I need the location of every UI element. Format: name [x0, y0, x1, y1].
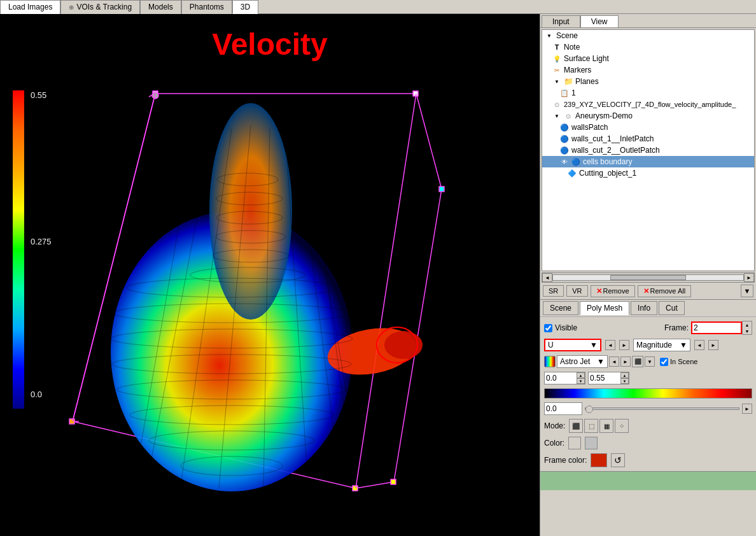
- tree-item-cutting-object[interactable]: 🔷 Cutting_object_1: [542, 167, 754, 179]
- scroll-thumb[interactable]: [610, 275, 687, 280]
- min-input-group[interactable]: ▲ ▼: [544, 372, 585, 384]
- horizontal-scrollbar[interactable]: ◄ ►: [542, 272, 755, 283]
- min-spinbox[interactable]: ▲ ▼: [577, 372, 585, 384]
- scroll-right-btn[interactable]: ►: [744, 273, 754, 282]
- tab-phantoms[interactable]: Phantoms: [181, 0, 232, 14]
- mag-next-btn[interactable]: ►: [708, 340, 718, 350]
- frame-spin-dn[interactable]: ▼: [743, 328, 752, 334]
- remove-all-button[interactable]: ✕ Remove All: [638, 285, 692, 297]
- u-next-btn[interactable]: ►: [619, 340, 629, 350]
- scroll-left-btn[interactable]: ◄: [542, 273, 552, 282]
- magnitude-dropdown[interactable]: Magnitude ▼: [633, 339, 690, 351]
- visible-checkbox-label[interactable]: Visible: [544, 323, 577, 332]
- cutting-object-label: Cutting_object_1: [579, 169, 636, 178]
- scroll-track[interactable]: [552, 274, 744, 281]
- astro-jet-arrow: ▼: [597, 357, 605, 366]
- planes-expand-icon: ▼: [552, 77, 561, 86]
- frame-spinbox[interactable]: ▲ ▼: [742, 321, 752, 335]
- in-scene-checkbox[interactable]: [660, 358, 668, 366]
- tab-models[interactable]: Models: [140, 0, 181, 14]
- tree-item-markers[interactable]: ✂ Markers: [542, 64, 754, 76]
- colormap-next-btn[interactable]: ►: [620, 356, 631, 367]
- colormap-copy-btn[interactable]: ⬛: [632, 356, 643, 367]
- mode-row: Mode: ⬛ ⬚ ▦ ⁘: [544, 419, 752, 433]
- slider-nav-btn[interactable]: ►: [742, 404, 752, 414]
- color-bar: [13, 90, 24, 409]
- min-input[interactable]: [545, 373, 577, 383]
- properties-area: Visible Frame: ▲ ▼ U ▼: [540, 317, 756, 471]
- tree-item-walls-cut-2[interactable]: 🔵 walls_cut_2__OutletPatch: [542, 145, 754, 156]
- max-input-group[interactable]: ▲ ▼: [588, 372, 629, 384]
- scene-tree[interactable]: ▼ Scene T Note 💡 Surface Light ✂ Markers…: [542, 29, 755, 271]
- min-spin-up[interactable]: ▲: [577, 372, 585, 378]
- color-label: Color:: [544, 439, 564, 448]
- mode-icon-3[interactable]: ▦: [599, 419, 613, 433]
- mode-icon-1[interactable]: ⬛: [569, 419, 583, 433]
- panel-tab-input[interactable]: Input: [542, 15, 580, 27]
- visible-checkbox[interactable]: [544, 324, 552, 332]
- max-spinbox[interactable]: ▲ ▼: [620, 372, 629, 384]
- viewport-3d[interactable]: Velocity 0.55 0.275 0.0: [0, 14, 540, 536]
- scene-label: Scene: [556, 31, 578, 40]
- frame-color-reset-btn[interactable]: ↺: [611, 453, 625, 467]
- mode-tab-scene[interactable]: Scene: [543, 301, 578, 315]
- mode-tab-cut[interactable]: Cut: [659, 301, 685, 315]
- remove-button[interactable]: ✕ Remove: [591, 285, 635, 297]
- sr-button[interactable]: SR: [543, 285, 564, 297]
- tree-item-velocity-field[interactable]: ⊙ 239_XYZ_VELOCITY_[7_4D_flow_velocity_a…: [542, 99, 754, 110]
- mag-prev-btn[interactable]: ◄: [694, 340, 704, 350]
- note-icon: T: [552, 43, 561, 52]
- light-icon: 💡: [552, 54, 561, 63]
- in-scene-check[interactable]: In Scene: [660, 358, 697, 366]
- mode-tab-info[interactable]: Info: [631, 301, 657, 315]
- panel-tab-view[interactable]: View: [580, 15, 619, 27]
- tree-item-walls-cut-1[interactable]: 🔵 walls_cut_1__InletPatch: [542, 133, 754, 145]
- tab-load-images[interactable]: Load Images: [0, 0, 60, 14]
- colormap-extra-btn[interactable]: ▼: [645, 356, 655, 367]
- tree-item-cells-boundary[interactable]: 👁 🔵 cells boundary: [542, 156, 754, 167]
- vr-button[interactable]: VR: [566, 285, 587, 297]
- max-spin-up[interactable]: ▲: [620, 372, 629, 378]
- tree-item-surface-light[interactable]: 💡 Surface Light: [542, 53, 754, 64]
- tree-item-planes[interactable]: ▼ 📁 Planes: [542, 76, 754, 87]
- action-bar: SR VR ✕ Remove ✕ Remove All ▼: [540, 283, 756, 300]
- mode-icon-2[interactable]: ⬚: [584, 419, 598, 433]
- u-prev-btn[interactable]: ◄: [605, 340, 615, 350]
- tree-item-aneurysm-demo[interactable]: ▼ ⊙ Aneurysm-Demo: [542, 110, 754, 122]
- expand-panel-button[interactable]: ▼: [741, 285, 753, 297]
- color-swatch-1[interactable]: [568, 437, 581, 449]
- magnitude-dropdown-arrow: ▼: [680, 341, 687, 349]
- slider-track[interactable]: [585, 407, 739, 410]
- mode-label: Mode:: [544, 421, 565, 430]
- frame-color-swatch[interactable]: [591, 453, 607, 467]
- slider-thumb[interactable]: [585, 406, 593, 413]
- mode-icons: ⬛ ⬚ ▦ ⁘: [569, 419, 629, 433]
- tree-item-note[interactable]: T Note: [542, 41, 754, 53]
- slider-value-input[interactable]: [544, 402, 582, 415]
- tree-item-plane-1[interactable]: 📋 1: [542, 87, 754, 99]
- tree-item-walls-patch[interactable]: 🔵 wallsPatch: [542, 122, 754, 133]
- frame-input[interactable]: [691, 321, 742, 334]
- cutting-object-icon: 🔷: [568, 169, 577, 178]
- svg-rect-10: [439, 187, 444, 192]
- color-swatch-2[interactable]: [585, 437, 598, 449]
- max-input[interactable]: [589, 373, 620, 383]
- in-scene-label: In Scene: [670, 358, 697, 365]
- surface-light-label: Surface Light: [564, 54, 609, 63]
- frame-spin-up[interactable]: ▲: [743, 321, 752, 328]
- u-dropdown[interactable]: U ▼: [544, 339, 601, 351]
- remove-x-icon: ✕: [596, 287, 602, 295]
- walls-cut-1-label: walls_cut_1__InletPatch: [571, 134, 654, 143]
- tree-item-scene[interactable]: ▼ Scene: [542, 30, 754, 41]
- aneurysm-icon: ⊙: [564, 111, 573, 120]
- gradient-bar[interactable]: [544, 388, 752, 398]
- colormap-prev-btn[interactable]: ◄: [609, 356, 619, 367]
- circle-icon: ⊙: [552, 100, 561, 109]
- tab-3d[interactable]: 3D: [232, 0, 258, 14]
- astro-jet-dropdown[interactable]: Astro Jet ▼: [557, 355, 608, 368]
- mode-tab-poly-mesh[interactable]: Poly Mesh: [580, 301, 629, 315]
- tab-vois-tracking[interactable]: ⊕ VOIs & Tracking: [60, 0, 140, 14]
- mode-icon-4[interactable]: ⁘: [615, 419, 629, 433]
- max-spin-dn[interactable]: ▼: [620, 378, 629, 384]
- min-spin-dn[interactable]: ▼: [577, 378, 585, 384]
